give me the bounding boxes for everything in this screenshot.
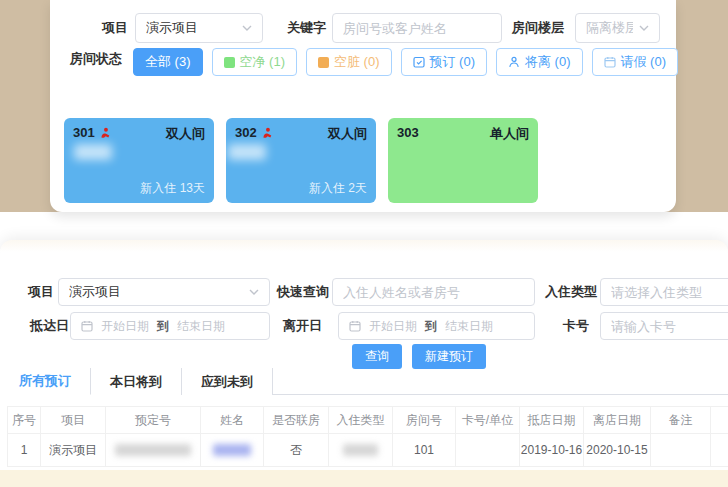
room-stay-note: 新入住 2天 bbox=[309, 180, 367, 197]
col-departure-date: 离店日期 bbox=[583, 407, 650, 433]
room-stay-note: 新入住 13天 bbox=[140, 180, 205, 197]
room-type: 单人间 bbox=[490, 125, 529, 143]
room-number: 301 bbox=[73, 125, 95, 140]
table-row: 1 演示项目 否 101 2019-10-16 2020-10-15 bbox=[7, 433, 728, 467]
cell-departure-date: 2020-10-15 bbox=[583, 434, 650, 466]
status-button-label: 空净 (1) bbox=[240, 53, 286, 71]
stay-type-redacted bbox=[343, 444, 378, 456]
table-header-row: 序号 项目 预定号 姓名 是否联房 入住类型 房间号 卡号/单位 抵店日期 离店… bbox=[7, 406, 728, 433]
room-status-card: 项目 演示项目 关键字 房间楼层 隔离楼层 房间状态 全部 (3) bbox=[50, 0, 676, 212]
status-button-label: 全部 (3) bbox=[145, 53, 191, 71]
clean-square-icon bbox=[224, 57, 235, 68]
reservation-panel: 项目 演示项目 快速查询 入住类型 抵达日 开始日期 到 结束日期 离开日 开始… bbox=[0, 240, 728, 487]
reservation-tabs: 所有预订 本日将到 应到未到 bbox=[0, 368, 728, 395]
tab-expected-not-arrived[interactable]: 应到未到 bbox=[182, 368, 273, 395]
room-number: 303 bbox=[397, 125, 419, 140]
room-status-label: 房间状态 bbox=[70, 46, 122, 72]
status-button-all[interactable]: 全部 (3) bbox=[133, 48, 203, 76]
status-button-vacant-dirty[interactable]: 空脏 (0) bbox=[306, 48, 392, 76]
col-project: 项目 bbox=[40, 407, 105, 433]
col-arrival-date: 抵店日期 bbox=[519, 407, 583, 433]
cell-stay-type bbox=[328, 434, 392, 466]
cell-project: 演示项目 bbox=[40, 434, 105, 466]
col-linked-room: 是否联房 bbox=[263, 407, 328, 433]
col-stay-type: 入住类型 bbox=[328, 407, 392, 433]
departure-date-label: 离开日 bbox=[283, 312, 322, 340]
project-select-value: 演示项目 bbox=[146, 19, 236, 37]
dirty-square-icon bbox=[318, 57, 329, 68]
calendar-icon bbox=[81, 320, 93, 332]
cell-extra bbox=[710, 434, 728, 466]
occupied-person-icon bbox=[261, 127, 272, 138]
room-type: 双人间 bbox=[328, 125, 367, 143]
calendar-check-icon bbox=[413, 56, 425, 68]
project-select[interactable]: 演示项目 bbox=[135, 13, 263, 43]
project-label: 项目 bbox=[102, 13, 128, 43]
col-room-no: 房间号 bbox=[392, 407, 455, 433]
end-date-placeholder: 结束日期 bbox=[177, 318, 225, 335]
stay-type-select[interactable] bbox=[600, 278, 728, 306]
col-seq: 序号 bbox=[7, 407, 40, 433]
cell-linked-room: 否 bbox=[263, 434, 328, 466]
project-select[interactable]: 演示项目 bbox=[58, 278, 270, 306]
tab-arriving-today[interactable]: 本日将到 bbox=[91, 368, 182, 395]
departure-date-range[interactable]: 开始日期 到 结束日期 bbox=[338, 312, 535, 340]
card-number-input[interactable] bbox=[600, 312, 728, 340]
cell-booking-no bbox=[105, 434, 200, 466]
new-booking-button[interactable]: 新建预订 bbox=[412, 344, 486, 369]
calendar-icon bbox=[349, 320, 361, 332]
status-button-label: 空脏 (0) bbox=[334, 53, 380, 71]
chevron-down-icon bbox=[249, 289, 259, 295]
guest-name-redacted bbox=[228, 144, 266, 160]
quick-search-label: 快速查询 bbox=[277, 278, 329, 306]
date-range-separator: 到 bbox=[157, 318, 169, 335]
bottom-cream-strip bbox=[0, 470, 728, 487]
occupied-person-icon bbox=[99, 127, 110, 138]
cell-remarks bbox=[650, 434, 710, 466]
cell-room-no: 101 bbox=[392, 434, 455, 466]
status-button-label: 请假 (0) bbox=[621, 53, 667, 71]
cell-seq: 1 bbox=[7, 434, 40, 466]
quick-search-input[interactable] bbox=[332, 278, 535, 306]
status-button-reserved[interactable]: 预订 (0) bbox=[401, 48, 488, 76]
start-date-placeholder: 开始日期 bbox=[369, 318, 417, 335]
panel-top-tint bbox=[0, 240, 728, 252]
date-range-separator: 到 bbox=[425, 318, 437, 335]
booking-no-redacted bbox=[115, 444, 190, 456]
keyword-input[interactable] bbox=[332, 13, 502, 43]
query-button[interactable]: 查询 bbox=[352, 344, 402, 369]
floor-select[interactable]: 隔离楼层 bbox=[575, 13, 660, 43]
room-card-303[interactable]: 303 单人间 bbox=[388, 118, 538, 203]
arrival-date-label: 抵达日 bbox=[30, 312, 69, 340]
room-card-302[interactable]: 302 双人间 新入住 2天 bbox=[226, 118, 376, 203]
tab-all-reservations[interactable]: 所有预订 bbox=[0, 368, 91, 395]
col-name: 姓名 bbox=[200, 407, 263, 433]
chevron-down-icon bbox=[242, 25, 252, 31]
cell-arrival-date: 2019-10-16 bbox=[519, 434, 583, 466]
keyword-label: 关键字 bbox=[287, 13, 326, 43]
chevron-down-icon bbox=[639, 25, 649, 31]
page-background-beige: 项目 演示项目 关键字 房间楼层 隔离楼层 房间状态 全部 (3) bbox=[0, 0, 728, 212]
person-icon bbox=[508, 56, 520, 68]
status-button-label: 将离 (0) bbox=[525, 53, 571, 71]
cell-name[interactable] bbox=[200, 434, 263, 466]
room-number: 302 bbox=[235, 125, 257, 140]
project-select-value: 演示项目 bbox=[69, 283, 243, 301]
arrival-date-range[interactable]: 开始日期 到 结束日期 bbox=[70, 312, 270, 340]
col-card-unit: 卡号/单位 bbox=[455, 407, 519, 433]
status-button-on-leave[interactable]: 请假 (0) bbox=[592, 48, 679, 76]
floor-select-placeholder: 隔离楼层 bbox=[586, 19, 633, 37]
calendar-icon bbox=[604, 56, 616, 68]
stay-type-label: 入住类型 bbox=[545, 278, 597, 306]
status-button-vacant-clean[interactable]: 空净 (1) bbox=[212, 48, 298, 76]
col-remarks: 备注 bbox=[650, 407, 710, 433]
floor-label: 房间楼层 bbox=[512, 13, 564, 43]
status-button-label: 预订 (0) bbox=[430, 53, 476, 71]
guest-name-redacted bbox=[213, 444, 250, 456]
card-number-label: 卡号 bbox=[563, 312, 589, 340]
guest-name-redacted bbox=[74, 144, 112, 160]
project-label: 项目 bbox=[28, 278, 54, 306]
status-button-departing[interactable]: 将离 (0) bbox=[496, 48, 583, 76]
col-extra bbox=[710, 407, 728, 433]
room-card-301[interactable]: 301 双人间 新入住 13天 bbox=[64, 118, 214, 203]
